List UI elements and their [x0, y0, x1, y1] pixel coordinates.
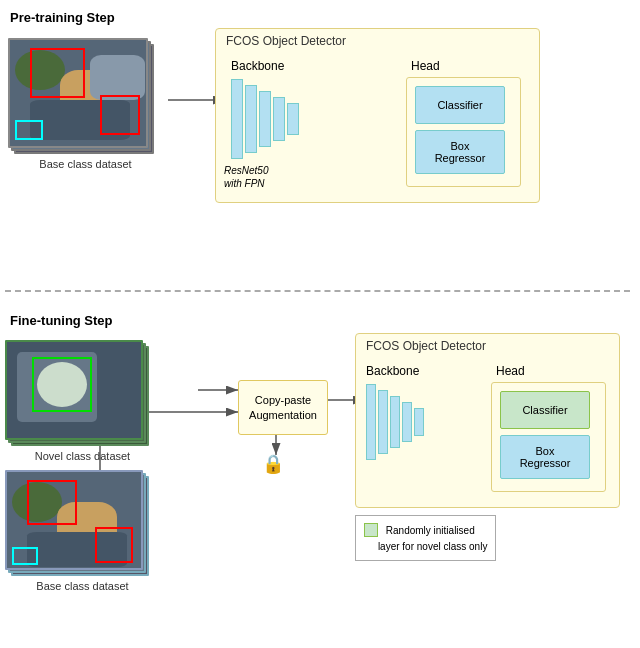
legend-text: Randomly initialised layer for novel cla… — [364, 525, 487, 552]
backbone-bars-top — [231, 79, 299, 159]
base-dataset-label-top: Base class dataset — [8, 158, 163, 170]
fcos-detector-bottom: FCOS Object Detector Backbone Head — [355, 333, 620, 508]
lock-icon: 🔒 — [262, 453, 284, 475]
legend-color — [364, 523, 378, 537]
diagram: Pre-training Step Base class dataset FCO… — [0, 0, 640, 648]
backbone-bars-bottom — [366, 384, 424, 460]
fine-tuning-title: Fine-tuning Step — [10, 313, 113, 328]
section-divider — [5, 290, 630, 292]
box-regressor-top: Box Regressor — [415, 130, 505, 174]
backbone-label-bottom: Backbone — [366, 364, 419, 378]
box-regressor-bottom: Box Regressor — [500, 435, 590, 479]
head-label-top: Head — [411, 59, 440, 73]
backbone-label-top: Backbone — [231, 59, 284, 73]
pre-training-title: Pre-training Step — [10, 10, 115, 25]
head-box-bottom: Classifier Box Regressor — [491, 382, 606, 492]
legend-box: Randomly initialised layer for novel cla… — [355, 515, 496, 561]
fcos-detector-top: FCOS Object Detector Backbone Head ResNe… — [215, 28, 540, 203]
fcos-label-bottom: FCOS Object Detector — [366, 339, 486, 353]
head-label-bottom: Head — [496, 364, 525, 378]
novel-dataset-label: Novel class dataset — [5, 450, 160, 462]
copypaste-box: Copy-paste Augmentation — [238, 380, 328, 435]
resnet-label-top: ResNet50 with FPN — [224, 164, 268, 190]
classifier-box-bottom: Classifier — [500, 391, 590, 429]
base-dataset-label-bottom: Base class dataset — [5, 580, 160, 592]
bottom-section: Fine-tuning Step Novel class dataset — [0, 305, 640, 645]
fcos-label-top: FCOS Object Detector — [226, 34, 346, 48]
head-box-top: Classifier Box Regressor — [406, 77, 521, 187]
classifier-box-top: Classifier — [415, 86, 505, 124]
